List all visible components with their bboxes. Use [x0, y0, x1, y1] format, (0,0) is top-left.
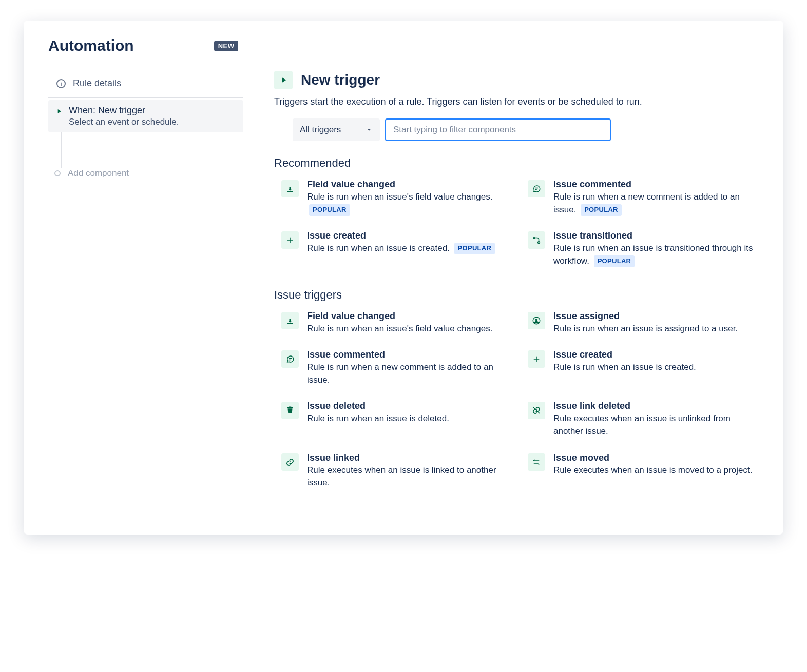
new-badge: NEW — [214, 41, 239, 51]
trigger-title: Issue commented — [553, 179, 759, 190]
rule-details-label: Rule details — [73, 78, 121, 89]
main-content: New trigger Triggers start the execution… — [274, 71, 759, 510]
trash-icon — [281, 402, 299, 419]
comment-icon — [281, 350, 299, 368]
unlink-icon — [528, 402, 545, 419]
trigger-description: Rule is run when an issue is transitione… — [553, 242, 759, 267]
trigger-title: Issue deleted — [307, 401, 512, 411]
trigger-description: Rule is run when an issue's field value … — [307, 323, 512, 335]
trigger-item[interactable]: Issue assignedRule is run when an issue … — [528, 311, 759, 335]
transition-icon — [528, 231, 545, 249]
chevron-down-icon — [366, 126, 373, 133]
trigger-description: Rule executes when an issue is moved to … — [553, 464, 759, 477]
person-icon — [528, 312, 545, 329]
trigger-title: Issue link deleted — [553, 401, 759, 411]
link-icon — [281, 453, 299, 471]
svg-point-3 — [535, 318, 538, 321]
section-recommended-title: Recommended — [274, 156, 759, 170]
sidebar-divider — [48, 97, 243, 98]
main-description: Triggers start the execution of a rule. … — [274, 96, 759, 107]
trigger-item[interactable]: Issue commentedRule is run when a new co… — [528, 179, 759, 216]
trigger-play-icon — [274, 71, 293, 89]
trigger-description: Rule is run when a new comment is added … — [307, 361, 512, 386]
empty-circle-icon — [54, 170, 61, 176]
swap-icon — [528, 453, 545, 471]
trigger-description: Rule is run when an issue is assigned to… — [553, 323, 759, 335]
search-input[interactable] — [385, 118, 611, 141]
trigger-description: Rule is run when an issue is deleted. — [307, 412, 512, 425]
workflow-trigger-item[interactable]: When: New trigger Select an event or sch… — [48, 100, 243, 132]
trigger-item[interactable]: Issue transitionedRule is run when an is… — [528, 230, 759, 267]
info-icon: i — [56, 79, 66, 88]
svg-point-1 — [538, 242, 540, 244]
trigger-description: Rule is run when an issue is created. PO… — [307, 242, 512, 255]
trigger-description: Rule is run when an issue is created. — [553, 361, 759, 374]
trigger-item[interactable]: Issue deletedRule is run when an issue i… — [281, 401, 512, 438]
workflow-trigger-title: When: New trigger — [69, 105, 179, 116]
sidebar: i Rule details When: New trigger Select … — [48, 71, 243, 510]
trigger-title: Issue created — [553, 349, 759, 360]
trigger-title: Field value changed — [307, 311, 512, 322]
trigger-filter-dropdown[interactable]: All triggers — [293, 118, 380, 141]
rule-details-row[interactable]: i Rule details — [48, 71, 243, 96]
trigger-item[interactable]: Issue createdRule is run when an issue i… — [528, 349, 759, 386]
download-icon — [281, 180, 299, 197]
trigger-item[interactable]: Field value changedRule is run when an i… — [281, 179, 512, 216]
trigger-title: Issue moved — [553, 452, 759, 463]
dropdown-label: All triggers — [300, 125, 341, 135]
trigger-item[interactable]: Issue commentedRule is run when a new co… — [281, 349, 512, 386]
popular-tag: POPULAR — [594, 255, 635, 267]
trigger-description: Rule is run when a new comment is added … — [553, 191, 759, 216]
trigger-title: Field value changed — [307, 179, 512, 190]
section-issue-title: Issue triggers — [274, 288, 759, 302]
workflow-trigger-subtitle: Select an event or schedule. — [69, 117, 179, 127]
trigger-description: Rule executes when an issue is linked to… — [307, 464, 512, 489]
add-component-row[interactable]: Add component — [48, 168, 243, 179]
comment-icon — [528, 180, 545, 197]
popular-tag: POPULAR — [454, 243, 495, 254]
play-icon — [55, 108, 63, 115]
workflow-connector — [61, 132, 243, 168]
download-icon — [281, 312, 299, 329]
popular-tag: POPULAR — [581, 204, 622, 216]
add-component-label: Add component — [68, 168, 129, 179]
trigger-title: Issue commented — [307, 349, 512, 360]
page-title: Automation — [48, 37, 134, 54]
trigger-item[interactable]: Issue link deletedRule executes when an … — [528, 401, 759, 438]
trigger-description: Rule is run when an issue's field value … — [307, 191, 512, 216]
trigger-item[interactable]: Issue linkedRule executes when an issue … — [281, 452, 512, 489]
plus-icon — [281, 231, 299, 249]
trigger-description: Rule executes when an issue is unlinked … — [553, 412, 759, 438]
trigger-item[interactable]: Issue movedRule executes when an issue i… — [528, 452, 759, 489]
popular-tag: POPULAR — [309, 204, 350, 216]
svg-point-0 — [533, 237, 535, 239]
trigger-item[interactable]: Issue createdRule is run when an issue i… — [281, 230, 512, 267]
trigger-title: Issue transitioned — [553, 230, 759, 241]
plus-icon — [528, 350, 545, 368]
trigger-item[interactable]: Field value changedRule is run when an i… — [281, 311, 512, 335]
main-title: New trigger — [301, 72, 380, 88]
trigger-title: Issue assigned — [553, 311, 759, 322]
trigger-title: Issue linked — [307, 452, 512, 463]
trigger-title: Issue created — [307, 230, 512, 241]
